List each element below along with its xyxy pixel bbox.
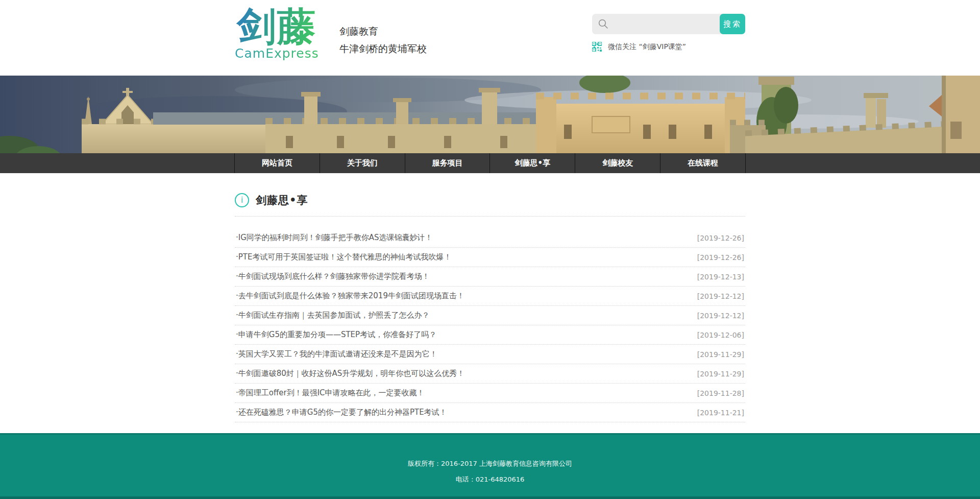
footer-bottom-strip [0,496,980,499]
site-footer: 版权所有：2016-2017 上海剑藤教育信息咨询有限公司 电话：021-648… [0,433,980,499]
main-content: i 剑藤思•享 ·IG同学的福利时间到！剑藤手把手教你AS选课锦囊妙计！ [20… [235,173,745,433]
header-right: 搜索 [592,14,745,52]
tagline-line1: 剑藤教育 [339,22,427,40]
article-link[interactable]: ·帝国理工offer到！最强IC申请攻略在此，一定要收藏！ [236,388,425,398]
article-date: [2019-11-29] [697,350,744,359]
site-header: 剑藤 CamExpress 剑藤教育 牛津剑桥的黄埔军校 搜索 [0,0,980,76]
article-row: ·还在死磕雅思？申请G5的你一定要了解的出分神器PTE考试！ [2019-11-… [235,403,745,422]
article-date: [2019-12-12] [697,292,744,300]
article-date: [2019-12-12] [697,312,744,320]
wechat-row: 微信关注 “剑藤VIP课堂” [592,42,745,52]
article-date: [2019-12-06] [697,331,744,339]
article-row: ·帝国理工offer到！最强IC申请攻略在此，一定要收藏！ [2019-11-2… [235,384,745,403]
main-nav: 网站首页 关于我们 服务项目 剑藤思•享 剑藤校友 在线课程 [0,153,980,173]
article-link[interactable]: ·牛剑面邀破80封｜收好这份AS升学规划，明年你也可以这么优秀！ [236,369,464,378]
article-date: [2019-11-28] [697,389,744,397]
search-button[interactable]: 搜索 [720,14,745,34]
hero-banner-image [0,76,980,153]
searchbar: 搜索 [592,14,745,34]
section-header: i 剑藤思•享 [235,193,745,217]
article-row: ·牛剑面邀破80封｜收好这份AS升学规划，明年你也可以这么优秀！ [2019-1… [235,364,745,384]
logo-subtext: CamExpress [235,46,319,61]
article-date: [2019-11-21] [697,409,744,417]
article-row: ·PTE考试可用于英国签证啦！这个替代雅思的神仙考试我吹爆！ [2019-12-… [235,248,745,267]
footer-phone: 电话：021-64820616 [0,475,980,484]
article-row: ·去牛剑面试到底是什么体验？独家带来2019牛剑面试团现场直击！ [2019-1… [235,287,745,306]
article-row: ·牛剑面试生存指南｜去英国参加面试，护照丢了怎么办？ [2019-12-12] [235,306,745,325]
article-link[interactable]: ·IG同学的福利时间到！剑藤手把手教你AS选课锦囊妙计！ [236,233,433,243]
article-row: ·英国大学又罢工？我的牛津面试邀请还没来是不是因为它！ [2019-11-29] [235,345,745,364]
page-title: 剑藤思•享 [256,193,308,207]
article-date: [2019-12-26] [697,253,744,262]
logo[interactable]: 剑藤 CamExpress [235,5,319,61]
tagline-line2: 牛津剑桥的黄埔军校 [339,40,427,57]
wechat-label: 微信关注 “剑藤VIP课堂” [608,42,686,52]
info-icon: i [235,193,249,207]
nav-item-sharing[interactable]: 剑藤思•享 [489,153,575,173]
article-link[interactable]: ·牛剑面试现场到底什么样？剑藤独家带你进学院看考场！ [236,272,430,281]
article-date: [2019-11-29] [697,370,744,378]
article-row: ·申请牛剑G5的重要加分项——STEP考试，你准备好了吗？ [2019-12-0… [235,325,745,345]
article-row: ·牛剑面试现场到底什么样？剑藤独家带你进学院看考场！ [2019-12-13] [235,267,745,287]
brand-tagline: 剑藤教育 牛津剑桥的黄埔军校 [339,22,427,57]
nav-item-services[interactable]: 服务项目 [405,153,490,173]
qrcode-icon [592,42,602,52]
article-list: ·IG同学的福利时间到！剑藤手把手教你AS选课锦囊妙计！ [2019-12-26… [235,228,745,422]
article-link[interactable]: ·英国大学又罢工？我的牛津面试邀请还没来是不是因为它！ [236,349,437,359]
nav-item-about[interactable]: 关于我们 [320,153,405,173]
nav-item-home[interactable]: 网站首页 [234,153,320,173]
article-link[interactable]: ·申请牛剑G5的重要加分项——STEP考试，你准备好了吗？ [236,330,436,340]
article-date: [2019-12-26] [697,234,744,242]
page: 剑藤 CamExpress 剑藤教育 牛津剑桥的黄埔军校 搜索 [0,0,980,499]
nav-item-alumni[interactable]: 剑藤校友 [575,153,660,173]
article-link[interactable]: ·PTE考试可用于英国签证啦！这个替代雅思的神仙考试我吹爆！ [236,252,451,262]
article-link[interactable]: ·还在死磕雅思？申请G5的你一定要了解的出分神器PTE考试！ [236,408,447,417]
article-row: ·IG同学的福利时间到！剑藤手把手教你AS选课锦囊妙计！ [2019-12-26… [235,228,745,248]
article-link[interactable]: ·牛剑面试生存指南｜去英国参加面试，护照丢了怎么办？ [236,311,429,320]
nav-item-courses[interactable]: 在线课程 [660,153,746,173]
article-link[interactable]: ·去牛剑面试到底是什么体验？独家带来2019牛剑面试团现场直击！ [236,291,464,301]
footer-copyright: 版权所有：2016-2017 上海剑藤教育信息咨询有限公司 [0,459,980,468]
hero-banner-illustration [0,76,980,153]
logo-text: 剑藤 [235,5,319,48]
article-date: [2019-12-13] [697,273,744,281]
